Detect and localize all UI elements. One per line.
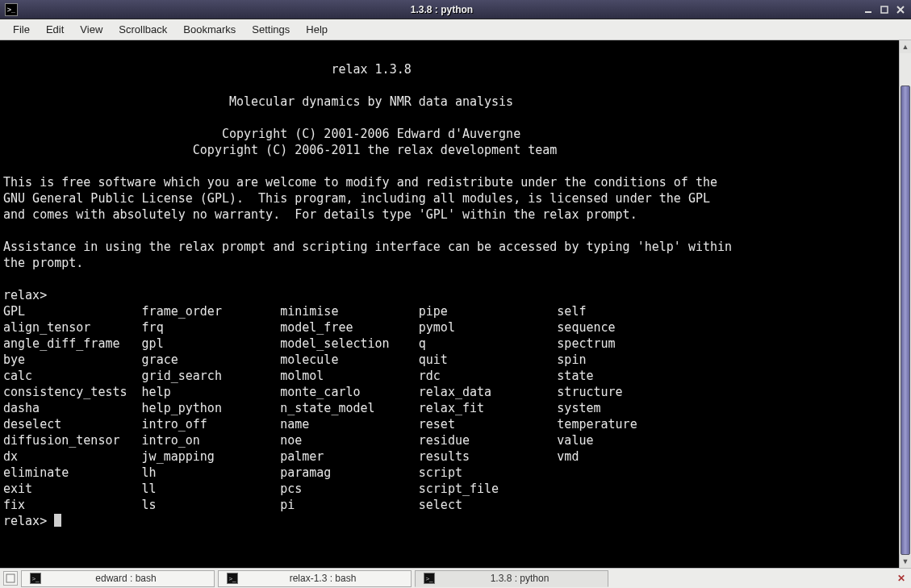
tab-1[interactable]: >_ edward : bash	[21, 570, 215, 587]
close-button[interactable]	[893, 3, 908, 16]
menu-file[interactable]: File	[5, 21, 38, 38]
close-tab-button[interactable]: ✕	[895, 572, 908, 585]
window-title: 1.3.8 : python	[23, 4, 861, 15]
menu-settings[interactable]: Settings	[244, 21, 298, 38]
terminal-app-icon: >_	[5, 3, 18, 16]
scrollbar-thumb[interactable]	[901, 85, 910, 555]
tab-label: edward : bash	[46, 573, 206, 584]
menu-bookmarks[interactable]: Bookmarks	[175, 21, 244, 38]
terminal-tab-icon: >_	[30, 573, 41, 584]
tab-bar: >_ edward : bash >_ relax-1.3 : bash >_ …	[0, 568, 911, 588]
window-controls	[861, 3, 908, 16]
terminal-tab-icon: >_	[424, 573, 435, 584]
scroll-up-arrow-icon[interactable]: ▲	[900, 40, 911, 53]
vertical-scrollbar[interactable]: ▲ ▼	[899, 40, 911, 568]
tab-3[interactable]: >_ 1.3.8 : python	[415, 570, 608, 587]
menu-scrollback[interactable]: Scrollback	[111, 21, 175, 38]
menu-view[interactable]: View	[72, 21, 111, 38]
terminal-tab-icon: >_	[227, 573, 238, 584]
tab-label: relax-1.3 : bash	[243, 573, 403, 584]
terminal-container: relax 1.3.8 Molecular dynamics by NMR da…	[0, 40, 911, 568]
terminal-cursor	[54, 514, 61, 527]
minimize-button[interactable]	[861, 3, 875, 16]
svg-rect-1	[881, 6, 888, 13]
scroll-down-arrow-icon[interactable]: ▼	[900, 555, 911, 568]
new-tab-button[interactable]	[3, 571, 18, 586]
menubar: File Edit View Scrollback Bookmarks Sett…	[0, 19, 911, 40]
scrollbar-track[interactable]	[900, 53, 911, 555]
svg-rect-4	[6, 574, 15, 582]
tab-2[interactable]: >_ relax-1.3 : bash	[218, 570, 412, 587]
tab-label: 1.3.8 : python	[440, 573, 600, 584]
terminal-output[interactable]: relax 1.3.8 Molecular dynamics by NMR da…	[0, 40, 899, 568]
menu-edit[interactable]: Edit	[38, 21, 72, 38]
menu-help[interactable]: Help	[298, 21, 336, 38]
window-titlebar: >_ 1.3.8 : python	[0, 0, 911, 19]
maximize-button[interactable]	[877, 3, 892, 16]
